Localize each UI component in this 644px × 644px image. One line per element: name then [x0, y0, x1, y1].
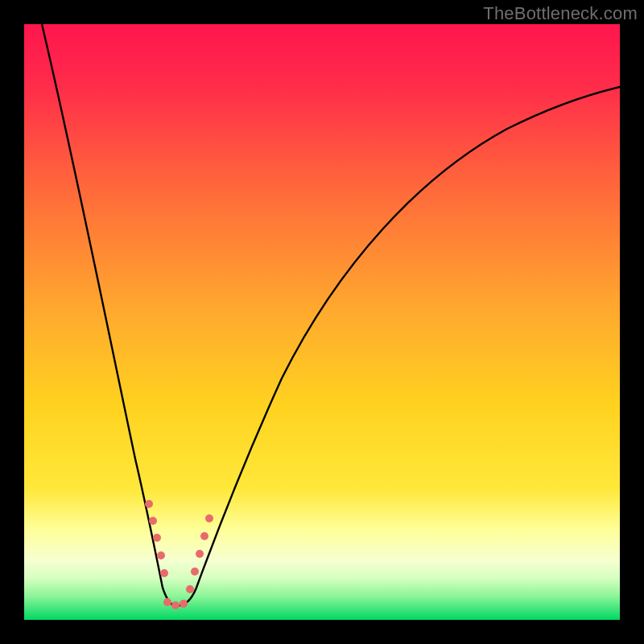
svg-point-7 [171, 601, 180, 609]
svg-point-13 [205, 514, 213, 522]
svg-point-1 [145, 500, 153, 508]
svg-point-5 [160, 569, 168, 577]
svg-point-4 [157, 551, 165, 559]
svg-point-12 [200, 532, 208, 540]
bottleneck-curve [24, 24, 620, 620]
svg-point-8 [180, 600, 188, 608]
plot-area [24, 24, 620, 620]
svg-point-9 [186, 585, 194, 593]
svg-point-2 [149, 517, 157, 525]
svg-point-10 [191, 568, 199, 576]
watermark-text: TheBottleneck.com [483, 3, 638, 24]
chart-frame: TheBottleneck.com [0, 0, 644, 644]
svg-point-3 [153, 534, 161, 542]
svg-point-11 [196, 550, 204, 558]
svg-point-6 [163, 598, 171, 606]
